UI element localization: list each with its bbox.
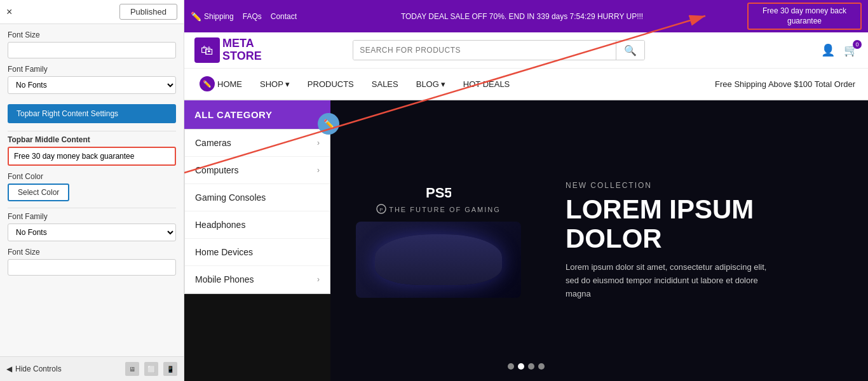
slider-dot-3[interactable] — [528, 363, 534, 370]
category-gaming-label: Gaming Consoles — [195, 192, 266, 203]
hero-title-line1: LOREM IPSUM — [566, 195, 849, 224]
topbar: ✏️ Shipping FAQs Contact TODAY DEAL SALE… — [184, 0, 868, 32]
topbar-deal-text: TODAY DEAL SALE OFF 70%. END IN 339 days… — [297, 12, 747, 21]
ps-logo-icon: P — [376, 204, 386, 214]
nav-free-shipping: Free Shipping Above $100 Total Order — [709, 72, 862, 97]
topbar-middle-section: Topbar Middle Content — [8, 135, 176, 166]
panel-content: Font Size Font Family No Fonts Topbar Ri… — [0, 24, 184, 356]
hero-title-line2: DOLOR — [566, 224, 849, 253]
select-color-button[interactable]: Select Color — [8, 184, 69, 201]
font-color-label: Font Color — [8, 172, 176, 181]
category-header: ALL CATEGORY — [184, 100, 330, 129]
category-mobile-label: Mobile Phones — [195, 274, 254, 284]
font-family-top-select[interactable]: No Fonts — [8, 76, 176, 94]
cart-icon[interactable]: 🛒 0 — [844, 43, 858, 57]
nav-hot-deals-label: HOT DEALS — [463, 79, 510, 89]
category-item-gaming[interactable]: Gaming Consoles — [185, 184, 330, 211]
category-item-headphones[interactable]: Headphones — [185, 211, 330, 239]
cart-badge: 0 — [853, 40, 862, 49]
edit-pencil-button[interactable]: ✏️ — [318, 113, 339, 135]
nav-products[interactable]: PRODUCTS — [299, 72, 363, 97]
header-icons: 👤 🛒 0 — [821, 43, 858, 57]
slider-dot-1[interactable] — [508, 363, 514, 370]
topbar-left: ✏️ Shipping FAQs Contact — [191, 11, 297, 22]
nav-home[interactable]: ✏️ HOME — [191, 69, 251, 99]
category-home-devices-label: Home Devices — [195, 247, 253, 257]
category-mobile-chevron: › — [317, 275, 320, 284]
mobile-view-icon[interactable]: 📱 — [163, 362, 177, 376]
ps5-hero: PS5 P THE FUTURE OF GAMING NEW COLLEC — [330, 100, 868, 381]
nav-hot-deals[interactable]: HOT DEALS — [454, 72, 519, 97]
store-logo: 🛍 META STORE — [194, 37, 262, 63]
search-button[interactable]: 🔍 — [616, 41, 644, 60]
divider-2 — [8, 208, 176, 208]
panel-top-bar: × Published — [0, 0, 184, 24]
nav-bar: ✏️ HOME SHOP ▾ PRODUCTS SALES BLOG ▾ HOT… — [184, 69, 868, 100]
shipping-label: Shipping — [204, 12, 234, 21]
font-size-top-section: Font Size — [8, 30, 176, 58]
nav-products-label: PRODUCTS — [308, 79, 354, 89]
category-computers-chevron: › — [317, 166, 320, 175]
logo-bag-icon: 🛍 — [194, 37, 220, 63]
nav-blog[interactable]: BLOG ▾ — [407, 72, 454, 97]
user-icon[interactable]: 👤 — [821, 43, 835, 57]
ps5-subtitle: THE FUTURE OF GAMING — [389, 206, 501, 213]
hero-title: LOREM IPSUM DOLOR — [566, 195, 849, 253]
tablet-view-icon[interactable]: ⬜ — [144, 362, 158, 376]
category-item-mobile[interactable]: Mobile Phones › — [185, 266, 330, 293]
slider-dot-2[interactable] — [518, 363, 524, 370]
category-cameras-label: Cameras — [195, 138, 231, 148]
hero-area: ✏️ ALL CATEGORY Cameras › Computers › Ga… — [184, 100, 868, 381]
slider-dot-4[interactable] — [538, 363, 545, 370]
category-cameras-chevron: › — [317, 138, 320, 147]
topbar-middle-input[interactable] — [9, 148, 175, 164]
panel-bottom-bar: ◀ Hide Controls 🖥 ⬜ 📱 — [0, 356, 184, 381]
contact-link[interactable]: Contact — [271, 12, 297, 21]
category-list: Cameras › Computers › Gaming Consoles He… — [184, 129, 330, 294]
font-family-top-label: Font Family — [8, 65, 176, 74]
hide-controls-label: Hide Controls — [15, 364, 62, 373]
logo-text: META STORE — [222, 37, 262, 63]
search-bar: 🔍 — [353, 40, 645, 60]
nav-sales[interactable]: SALES — [363, 72, 407, 97]
desktop-view-icon[interactable]: 🖥 — [125, 362, 139, 376]
font-family-bottom-section: Font Family No Fonts — [8, 212, 176, 241]
hero-description: Lorem ipsum dolor sit amet, consectetur … — [566, 261, 769, 300]
topbar-right-settings-button[interactable]: Topbar Right Content Settings — [8, 104, 176, 123]
nav-shop[interactable]: SHOP ▾ — [251, 72, 299, 97]
svg-text:P: P — [379, 207, 383, 213]
topbar-middle-input-wrap — [8, 147, 176, 166]
hide-controls-toggle[interactable]: ◀ Hide Controls — [6, 364, 62, 373]
font-family-bottom-select[interactable]: No Fonts — [8, 224, 176, 241]
ps5-brand-icon: PS5 — [426, 184, 451, 201]
nav-home-label: HOME — [217, 79, 242, 89]
font-size-top-input[interactable] — [8, 42, 176, 58]
home-icon: ✏️ — [200, 76, 215, 91]
category-item-home-devices[interactable]: Home Devices — [185, 239, 330, 266]
category-dropdown: ALL CATEGORY Cameras › Computers › Gamin… — [184, 100, 330, 294]
new-collection-label: NEW COLLECTION — [566, 181, 849, 190]
published-button[interactable]: Published — [119, 4, 177, 20]
nav-blog-chevron: ▾ — [441, 79, 445, 89]
search-input[interactable] — [353, 41, 616, 60]
nav-shop-label: SHOP — [260, 79, 283, 89]
svg-text:PS5: PS5 — [426, 185, 451, 201]
font-size-bottom-label: Font Size — [8, 248, 176, 257]
hero-text-area: NEW COLLECTION LOREM IPSUM DOLOR Lorem i… — [546, 168, 868, 314]
font-size-bottom-input[interactable] — [8, 259, 176, 276]
font-color-section: Font Color Select Color — [8, 172, 176, 201]
store-header: 🛍 META STORE 🔍 👤 🛒 0 — [184, 32, 868, 69]
category-item-cameras[interactable]: Cameras › — [185, 130, 330, 157]
slider-dots — [508, 363, 545, 370]
ps5-logo-area: PS5 P THE FUTURE OF GAMING — [330, 171, 546, 311]
main-area: ✏️ Shipping FAQs Contact TODAY DEAL SALE… — [184, 0, 868, 381]
divider-1 — [8, 131, 176, 131]
close-button[interactable]: × — [6, 6, 12, 18]
contact-label: Contact — [271, 12, 297, 21]
logo-line1: META — [222, 37, 262, 50]
shipping-link[interactable]: ✏️ Shipping — [191, 11, 234, 22]
faqs-link[interactable]: FAQs — [243, 12, 262, 21]
font-size-bottom-section: Font Size — [8, 248, 176, 276]
font-family-top-section: Font Family No Fonts — [8, 65, 176, 94]
category-item-computers[interactable]: Computers › — [185, 157, 330, 184]
